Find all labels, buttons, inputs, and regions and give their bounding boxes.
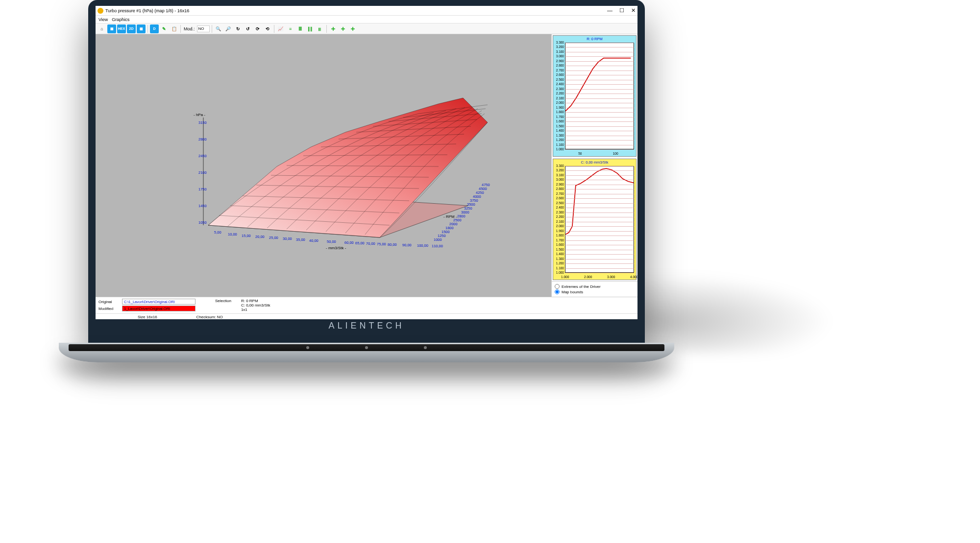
mini-y-tick: 1.400 <box>554 252 564 256</box>
laptop-brand: ALIENTECH <box>88 321 645 331</box>
modified-path[interactable]: 1_Lavori\Driver\Original.ORI <box>122 306 196 311</box>
z-tick: 3150 <box>198 120 207 125</box>
status-checksum: Checksum: NO <box>196 315 223 319</box>
mini-x-tick: 100 <box>613 152 618 155</box>
mini-y-tick: 2.600 <box>554 196 564 200</box>
mini-y-tick: 3.200 <box>554 45 564 48</box>
mini-y-tick: 2.600 <box>554 73 564 76</box>
y-tick: 4500 <box>479 187 487 191</box>
z-axis-label: - hPa - <box>194 113 205 117</box>
data-d-button[interactable]: D <box>150 24 159 33</box>
y-tick: 3500 <box>467 202 475 207</box>
mini-y-tick: 1.500 <box>554 248 564 251</box>
view-3d-button[interactable]: ▩ <box>137 24 146 33</box>
x-tick: 15,00 <box>242 234 251 238</box>
x-tick: 30,00 <box>283 236 292 241</box>
mini-y-tick: 2.700 <box>554 69 564 72</box>
mini-y-tick: 2.700 <box>554 192 564 195</box>
radio-map-bounds-input[interactable] <box>555 289 560 294</box>
y-tick: 1250 <box>438 234 446 238</box>
y-tick: 3750 <box>470 198 478 203</box>
maximize-button[interactable]: ☐ <box>619 7 624 14</box>
tilt-down-icon[interactable]: ⟲ <box>263 24 272 33</box>
menu-graphics[interactable]: Graphics <box>112 17 129 22</box>
mini-y-tick: 3.300 <box>554 41 564 44</box>
columns-icon[interactable]: ‖‖ <box>306 24 315 33</box>
add-col-icon[interactable]: ＋ <box>348 24 357 33</box>
mini-y-tick: 1.600 <box>554 119 564 123</box>
rotate-ccw-icon[interactable]: ↺ <box>244 24 252 33</box>
mini-y-tick: 1.100 <box>554 266 564 270</box>
radio-map-bounds[interactable]: Map bounds <box>555 289 635 294</box>
menu-view[interactable]: View <box>98 17 108 22</box>
clipboard-icon[interactable]: 📋 <box>170 24 178 33</box>
mini-chart-c-title: C: 0,00 mm3/Stk <box>553 159 636 165</box>
selection-c: C: 0,00 mm3/Stk <box>241 303 270 307</box>
modified-label: Modified <box>98 307 120 311</box>
align-left-icon[interactable]: ≡ <box>286 24 295 33</box>
close-button[interactable]: ✕ <box>631 7 636 14</box>
x-tick: 60,00 <box>344 240 354 245</box>
view-table-button[interactable]: ▦ <box>107 24 116 33</box>
home-icon[interactable]: ⌂ <box>98 24 106 33</box>
x-tick: 90,00 <box>402 243 412 247</box>
mini-chart-r[interactable]: R: 0 RPM 3.3003.2003.1003.0002.9002.8002… <box>553 35 637 157</box>
rotate-cw-icon[interactable]: ↻ <box>234 24 243 33</box>
toolbar: ⌂ ▦ HEX 2D ▩ D ✎ 📋 Mod.: 🔍 🔎 ↻ ↺ ⟳ ⟲ <box>96 24 637 34</box>
x-tick: 65,00 <box>355 241 365 245</box>
zoom-in-icon[interactable]: 🔍 <box>214 24 223 33</box>
selection-r: R: 0 RPM <box>241 299 270 303</box>
view-hex-button[interactable]: HEX <box>117 24 126 33</box>
mod-label: Mod.: <box>184 26 195 31</box>
mini-y-tick: 3.000 <box>554 54 564 58</box>
view-2d-button[interactable]: 2D <box>127 24 136 33</box>
mod-field[interactable] <box>197 25 210 32</box>
zoom-out-icon[interactable]: 🔎 <box>224 24 233 33</box>
mini-y-tick: 3.000 <box>554 178 564 181</box>
minimize-button[interactable]: — <box>607 7 612 14</box>
mini-y-tick: 2.100 <box>554 220 564 223</box>
mini-y-tick: 2.900 <box>554 59 564 63</box>
z-tick: 1050 <box>198 220 207 225</box>
mini-y-tick: 2.500 <box>554 78 564 81</box>
tilt-up-icon[interactable]: ⟳ <box>253 24 262 33</box>
mini-x-tick: 3.000 <box>607 275 615 279</box>
mini-chart-c[interactable]: C: 0,00 mm3/Stk 3.3003.2003.1003.0002.90… <box>553 159 637 280</box>
radio-extremes[interactable]: Extremes of the Driver <box>555 284 635 289</box>
mini-y-tick: 1.300 <box>554 257 564 260</box>
menubar: View Graphics <box>96 16 637 24</box>
3d-viewport[interactable]: - hPa - - mm3/Stk - - RPM - 3150 2800 24… <box>96 34 551 297</box>
z-tick: 2100 <box>198 170 207 175</box>
mini-y-tick: 1.000 <box>554 271 564 274</box>
add-row-icon[interactable]: ＋ <box>339 24 347 33</box>
add-point-icon[interactable]: ＋ <box>329 24 338 33</box>
screen: Turbo pressure #1 (hPa) (map 1/8) - 16x1… <box>96 6 637 319</box>
y-tick: 1000 <box>434 237 442 242</box>
original-path[interactable]: C:\1_Lavori\Driver\Original.ORI <box>122 299 196 305</box>
trend-icon[interactable]: 📈 <box>276 24 285 33</box>
mini-y-tick: 2.300 <box>554 87 564 91</box>
mini-y-tick: 1.900 <box>554 229 564 233</box>
rows-icon[interactable]: ⫼ <box>316 24 324 33</box>
mini-y-tick: 2.800 <box>554 64 564 67</box>
x-tick: 35,00 <box>296 237 305 242</box>
mini-y-tick: 2.400 <box>554 82 564 86</box>
z-tick: 1450 <box>198 204 207 208</box>
side-panel: R: 0 RPM 3.3003.2003.1003.0002.9002.8002… <box>551 34 637 297</box>
mini-y-tick: 2.100 <box>554 96 564 100</box>
mini-y-tick: 2.200 <box>554 215 564 218</box>
y-tick: 4000 <box>473 194 481 199</box>
y-tick: 1500 <box>441 230 450 234</box>
align-right-icon[interactable]: ≣ <box>296 24 305 33</box>
mini-y-tick: 1.800 <box>554 110 564 114</box>
edit-pencil-icon[interactable]: ✎ <box>160 24 169 33</box>
mini-y-tick: 1.500 <box>554 124 564 128</box>
laptop-base <box>59 343 674 362</box>
window-title: Turbo pressure #1 (hPa) (map 1/8) - 16x1… <box>105 8 189 13</box>
mini-y-tick: 2.000 <box>554 101 564 104</box>
mini-chart-r-title: R: 0 RPM <box>553 36 636 42</box>
original-label: Original <box>98 300 120 304</box>
y-tick: 3250 <box>464 206 472 211</box>
radio-extremes-input[interactable] <box>555 284 560 289</box>
selection-label: Selection <box>215 299 231 312</box>
